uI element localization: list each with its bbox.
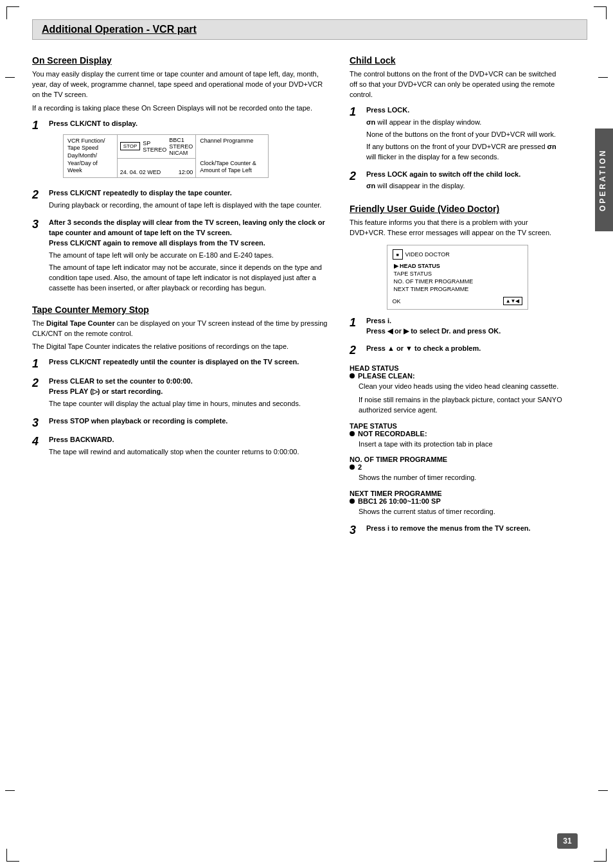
osd-diagram: VCR Function/ Tape Speed Day/Month/ Year…: [63, 134, 269, 178]
corner-mark-bl: [6, 849, 19, 862]
tape-intro-p1-bold: Digital Tape Counter: [46, 319, 115, 327]
fug-step1: 1 Press i. Press ◀ or ▶ to select Dr. an…: [350, 316, 565, 339]
osd-bbc1-text: BBC1 STEREO NICAM: [169, 137, 193, 156]
on-screen-step3: 3 After 3 seconds the display will clear…: [32, 218, 330, 296]
vd-item-2: TAPE STATUS: [393, 270, 522, 278]
fug-step2-num: 2: [350, 344, 364, 358]
step2-content: Press CLK/CNT repeatedly to display the …: [49, 188, 330, 213]
no-timer-title: NO. OF TIMER PROGRAMME: [350, 456, 565, 463]
on-screen-display-title: On Screen Display: [32, 55, 330, 66]
fug-step3: 3 Press i to remove the menus from the T…: [350, 524, 565, 538]
cl-step1-num: 1: [350, 105, 364, 120]
on-screen-display-section: On Screen Display You may easily display…: [32, 55, 330, 296]
osd-channel-label: Channel Programme: [200, 137, 264, 145]
cl-step2-text: will disappear in the display.: [375, 182, 465, 190]
on-screen-step1: 1 Press CLK/CNT to display. VCR Function…: [32, 119, 330, 183]
next-timer-p1: Shows the current status of timer record…: [350, 507, 565, 517]
vd-dolby-label: ▲▼◀: [503, 297, 522, 305]
osd-center: STOP SP STEREO BBC1 STEREO NICAM 24. 04.…: [118, 135, 196, 177]
fug-step1-bold1: Press i.: [366, 317, 391, 324]
child-lock-intro: The control buttons on the front of the …: [350, 69, 565, 100]
cl-step1-content: Press LOCK. σn will appear in the displa…: [366, 105, 565, 164]
step3-p2: The amount of tape left indicator may no…: [49, 263, 330, 294]
tape-status-section: TAPE STATUS NOT RECORDABLE: Insert a tap…: [350, 422, 565, 450]
cl-step2-lock-line: σn will disappear in the display.: [366, 181, 565, 191]
fug-step3-num: 3: [350, 524, 364, 538]
vd-item-3: NO. OF TIMER PROGRAMME: [393, 278, 522, 285]
side-mark-left-bottom: [5, 790, 15, 791]
next-timer-section: NEXT TIMER PROGRAMME BBC1 26 10:00~11:00…: [350, 490, 565, 517]
vd-ok-label: OK: [393, 298, 401, 305]
tape-status-title: TAPE STATUS: [350, 422, 565, 430]
tape-step4-num: 4: [32, 435, 46, 449]
tape-status-p1: Insert a tape with its protection tab in…: [350, 439, 565, 450]
cl-step1-lock-sym: σn: [366, 118, 375, 126]
tape-step1: 1 Press CLK/CNT repeatedly until the cou…: [32, 357, 330, 371]
cl-p3-prefix: If any buttons on the front of your DVD+…: [366, 143, 547, 150]
on-screen-step2: 2 Press CLK/CNT repeatedly to display th…: [32, 188, 330, 213]
bullet-circle-tape: [350, 431, 355, 436]
two-column-layout: On Screen Display You may easily display…: [32, 53, 587, 543]
video-doctor-diagram: ■ VIDEO DOCTOR ▶ HEAD STATUS TAPE STATUS…: [387, 245, 528, 310]
fug-title: Friendly User Guide (Video Doctor): [350, 204, 565, 214]
next-timer-title: NEXT TIMER PROGRAMME: [350, 490, 565, 497]
osd-bottom-row: 24. 04. 02 WED 12:00: [118, 167, 196, 177]
head-status-p1: Clean your video heads using the video h…: [350, 382, 565, 392]
tape-step1-content: Press CLK/CNT repeatedly until the count…: [49, 357, 330, 369]
tape-intro-p2: The Digital Tape Counter indicates the r…: [32, 342, 330, 352]
head-status-bullet: PLEASE CLEAN:: [350, 372, 565, 380]
side-mark-right-top: [598, 77, 608, 78]
tape-step3-bold: Press STOP when playback or recording is…: [49, 417, 227, 425]
tape-counter-title: Tape Counter Memory Stop: [32, 305, 330, 315]
tape-step2-content: Press CLEAR to set the counter to 0:00:0…: [49, 376, 330, 411]
head-status-bullet-label: PLEASE CLEAN:: [358, 372, 415, 380]
friendly-user-guide-section: Friendly User Guide (Video Doctor) This …: [350, 204, 565, 538]
tape-status-bullet: NOT RECORDABLE:: [350, 430, 565, 438]
fug-step2: 2 Press ▲ or ▼ to check a problem.: [350, 344, 565, 358]
page-title: Additional Operation - VCR part: [42, 24, 578, 35]
child-lock-step1: 1 Press LOCK. σn will appear in the disp…: [350, 105, 565, 164]
fug-step2-content: Press ▲ or ▼ to check a problem.: [366, 344, 565, 356]
fug-step3-content: Press i to remove the menus from the TV …: [366, 524, 565, 536]
fug-step1-content: Press i. Press ◀ or ▶ to select Dr. and …: [366, 316, 565, 339]
corner-mark-br: [594, 849, 607, 862]
step2-text: During playback or recording, the amount…: [49, 200, 330, 211]
step3-p1: The amount of tape left will only be acc…: [49, 251, 330, 261]
cl-p3-suffix: will flicker in the display for a few se…: [366, 153, 499, 161]
tape-step2-num: 2: [32, 376, 46, 391]
tape-step3-content: Press STOP when playback or recording is…: [49, 416, 330, 429]
fug-step3-bold: Press i to remove the menus from the TV …: [366, 524, 531, 532]
page-title-box: Additional Operation - VCR part: [32, 19, 587, 40]
vd-header: ■ VIDEO DOCTOR: [393, 249, 522, 260]
side-mark-left-top: [5, 77, 15, 78]
child-lock-step2: 2 Press LOCK again to switch off the chi…: [350, 170, 565, 194]
left-column: On Screen Display You may easily display…: [32, 53, 330, 543]
next-timer-bullet: BBC1 26 10:00~11:00 SP: [350, 497, 565, 505]
vd-icon: ■: [393, 249, 403, 260]
step3-number: 3: [32, 218, 46, 232]
fug-intro: This feature informs you that there is a…: [350, 218, 565, 238]
step2-number: 2: [32, 188, 46, 202]
osd-time-text: 12:00: [179, 169, 193, 175]
on-screen-intro-p1: You may easily display the current time …: [32, 69, 330, 100]
operation-label: OPERATION: [598, 148, 607, 211]
cl-p3-lock: σn: [547, 143, 556, 150]
tape-intro-p1: The Digital Tape Counter can be displaye…: [32, 319, 330, 339]
tape-step4-text: The tape will rewind and automatically s…: [49, 447, 330, 457]
tape-step2-bold1: Press CLEAR to set the counter to 0:00:0…: [49, 377, 193, 385]
next-timer-bullet-label: BBC1 26 10:00~11:00 SP: [358, 497, 441, 505]
step2-bold: Press CLK/CNT repeatedly to display the …: [49, 189, 232, 197]
cl-step1-p3: If any buttons on the front of your DVD+…: [366, 142, 565, 163]
step3-bold2: Press CLK/CNT again to remove all displa…: [49, 239, 265, 247]
tape-step4-bold: Press BACKWARD.: [49, 436, 114, 443]
tape-step4-content: Press BACKWARD. The tape will rewind and…: [49, 435, 330, 459]
cl-step2-bold: Press LOCK again to switch off the child…: [366, 170, 520, 178]
step1-number: 1: [32, 119, 46, 133]
side-mark-right-bottom: [598, 790, 608, 791]
head-status-section: HEAD STATUS PLEASE CLEAN: Clean your vid…: [350, 364, 565, 416]
child-lock-section: Child Lock The control buttons on the fr…: [350, 55, 565, 193]
no-timer-bullet-label: 2: [358, 463, 362, 471]
head-status-title: HEAD STATUS: [350, 364, 565, 372]
cl-step1-bold: Press LOCK.: [366, 106, 409, 114]
osd-vcr-label: VCR Function/ Tape Speed: [67, 137, 113, 152]
